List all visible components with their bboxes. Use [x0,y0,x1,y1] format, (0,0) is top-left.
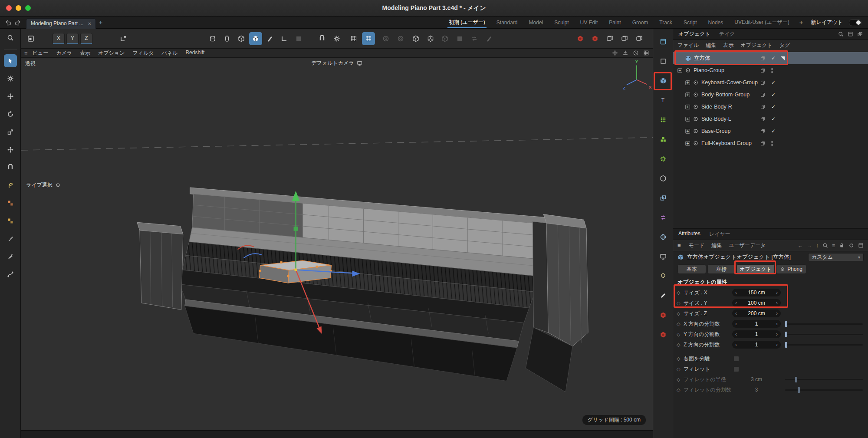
increment-arrow[interactable]: › [776,311,778,316]
om-menu-item[interactable]: ファイル [677,42,699,49]
value-field[interactable]: ‹100 cm› [732,299,781,307]
layout-tab[interactable]: Track [654,16,678,28]
layout-tab[interactable]: 初期 (ユーザー) [443,16,491,28]
render-queue-button[interactable] [618,32,631,45]
layout-tab[interactable]: Standard [491,16,523,28]
extra-tool-icon-1[interactable] [438,32,451,45]
edge-mode-icon[interactable] [278,32,291,45]
slider-handle[interactable] [785,321,787,327]
checkbox[interactable] [733,356,739,362]
viewport[interactable]: Y X Z 透視 デフォルトカメラ ライブ選択 グリッド間隔 : 500 cm [21,58,653,430]
layout-tab[interactable]: Model [523,16,549,28]
value-slider[interactable] [785,379,863,380]
tab-テイク[interactable]: テイク [719,30,735,38]
visibility-dots-icon[interactable] [771,141,773,146]
expander-icon[interactable]: + [685,80,690,85]
enabled-check-icon[interactable]: ✓ [771,128,776,134]
slider-handle[interactable] [785,332,787,337]
value-slider[interactable] [785,344,863,346]
volume-cubes-icon[interactable] [656,132,670,146]
value-field[interactable]: ‹1› [732,330,781,338]
pan-view-icon[interactable] [612,50,618,56]
expander-icon[interactable]: + [685,117,690,122]
undo-button[interactable] [3,18,13,27]
viewport-menu-icon[interactable]: ≡ [24,50,28,56]
expander-icon[interactable]: + [685,129,690,134]
tree-item-Side-Body-L[interactable]: +Side-Body-L✓ [673,113,868,125]
layers-icon[interactable] [760,128,766,134]
value-field[interactable]: 3 cm [732,375,781,383]
cube-primitive-icon[interactable] [656,74,670,88]
tree-item-立方体[interactable]: 立方体✓ [673,52,868,64]
search-icon[interactable] [4,31,17,44]
value-field[interactable]: ‹200 cm› [732,310,781,317]
value-field[interactable]: ‹1› [732,320,781,328]
value-text[interactable]: 1 [737,342,776,348]
add-document-button[interactable]: + [96,19,105,26]
expander-icon[interactable]: + [685,105,690,109]
document-tab[interactable]: Modeling Piano Part ... × [26,18,96,29]
tree-item-Full-Keyboard Group[interactable]: +Full-Keyboard Group [673,137,868,149]
snap-settings-icon[interactable] [330,32,343,45]
layout-panels-icon[interactable] [656,35,670,49]
filter-list-icon[interactable]: ≡ [832,243,835,249]
value-slider[interactable] [785,323,863,325]
render-settings-button[interactable] [603,32,616,45]
rotate-tool[interactable] [4,108,17,121]
viewport-menu-item[interactable]: オプション [94,49,128,57]
slider-handle[interactable] [795,377,797,382]
section-tab-座標[interactable]: 座標 [707,264,735,274]
new-panel-icon[interactable] [858,243,864,248]
viewport-menu-item[interactable]: Redshift [181,49,208,57]
value-text[interactable]: 3 [735,387,778,393]
layout-tab[interactable]: UVEdit-User (ユーザー) [729,16,795,28]
layer-panel-icon[interactable] [857,31,863,37]
camera-display-icon[interactable] [656,250,670,263]
axis-z-button[interactable]: Z [80,33,92,44]
redo-button[interactable] [13,18,23,27]
paint-tiles-tool[interactable] [4,197,17,210]
extra-tool-icon-2[interactable] [453,32,466,45]
value-text[interactable]: 200 cm [737,310,776,316]
layers-icon[interactable] [760,92,766,98]
spline-pen-tool[interactable] [4,268,17,281]
isolate-view-icon[interactable] [24,32,37,45]
redshift-light-icon[interactable] [656,328,670,342]
polygon-mode-icon[interactable] [292,32,305,45]
camera-lock-icon[interactable] [357,60,362,66]
expander-icon[interactable]: + [685,92,690,97]
quantize-grid-icon[interactable] [362,32,375,45]
om-menu-item[interactable]: 編集 [706,42,716,49]
add-layout-button[interactable]: + [795,19,808,26]
preset-dropdown[interactable]: カスタム ▾ [808,253,864,261]
value-slider[interactable] [785,389,863,391]
view-history-icon[interactable] [633,50,639,56]
tree-item-Keyboard-Cover-Group[interactable]: +Keyboard-Cover-Group✓ [673,76,868,89]
attr-menu-item[interactable]: ユーザーデータ [729,242,766,249]
section-tab-Phong[interactable]: Phong [776,264,806,274]
point-mode-icon[interactable] [263,32,276,45]
attribute-menu-icon[interactable]: ≡ [677,242,681,249]
viewport-menu-item[interactable]: ビュー [29,49,53,57]
soft-selection-tool[interactable] [4,179,17,192]
move-tool[interactable] [4,90,17,103]
minimize-button[interactable] [16,5,21,11]
close-button[interactable] [6,5,12,11]
layers-icon[interactable] [760,56,766,61]
tree-item-Body-Bottom-Group[interactable]: +Body-Bottom-Group✓ [673,89,868,101]
tab-Attributes[interactable]: Attributes [678,231,700,238]
enabled-check-icon[interactable]: ✓ [771,55,776,61]
layers-icon[interactable] [760,141,766,146]
texture-mode-icon[interactable] [235,32,248,45]
ring-tool-icon-1[interactable] [379,32,392,45]
value-text[interactable]: 150 cm [737,290,776,296]
layout-tab[interactable]: Paint [603,16,626,28]
environment-globe-icon[interactable] [656,230,670,244]
section-tab-基本[interactable]: 基本 [677,264,706,274]
viewport-menu-item[interactable]: 表示 [76,49,94,57]
visibility-dots-icon[interactable] [771,68,773,73]
redshift-material-icon[interactable] [656,308,670,322]
new-layout-button[interactable]: 新レイアウト [811,19,843,26]
zoom-button[interactable] [25,5,31,11]
workplane-grid-icon[interactable] [347,32,360,45]
